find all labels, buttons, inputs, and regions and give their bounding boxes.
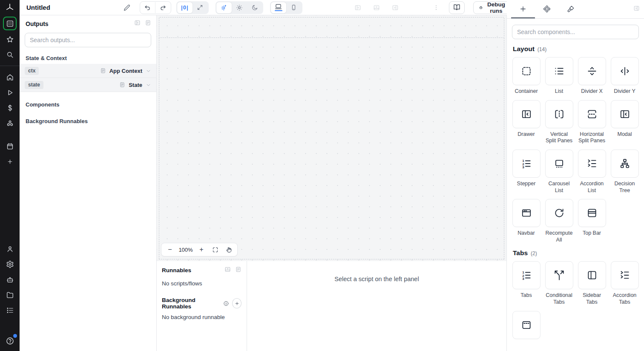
sidebar-item-apps[interactable] (3, 17, 17, 30)
conditional-tabs-icon[interactable] (545, 261, 573, 289)
sidebar-item-favorites[interactable] (3, 33, 16, 46)
component-top-bar[interactable]: Top Bar (578, 199, 606, 243)
windmill-logo[interactable] (0, 0, 20, 15)
component-recompute-all[interactable]: Recompute All (545, 199, 573, 243)
invisible-tabs-icon[interactable] (512, 311, 540, 339)
top-bar-icon[interactable] (578, 199, 606, 227)
component-divider-x[interactable]: Divider X (578, 57, 606, 95)
sidebar-tabs-icon[interactable] (578, 261, 606, 289)
drawer-icon[interactable] (512, 100, 540, 128)
components-search-input[interactable] (517, 29, 634, 35)
component-horizontal-split-panes[interactable]: Horizontal Split Panes (578, 100, 606, 144)
collapse-right-panel-icon[interactable] (633, 5, 640, 13)
zero-width-button[interactable]: |0| (177, 2, 193, 13)
component-drawer[interactable]: Drawer (512, 100, 540, 144)
info-icon (223, 300, 229, 307)
maximize-canvas-button[interactable] (193, 2, 208, 13)
sidebar-item-users[interactable] (3, 242, 16, 255)
sidebar-item-variables[interactable] (3, 101, 16, 114)
accordion-icon[interactable] (611, 261, 639, 289)
component-stepper[interactable]: 123Stepper (512, 150, 540, 194)
outputs-doc-icon[interactable] (145, 20, 151, 28)
sidebar-item-settings[interactable] (3, 258, 16, 270)
canvas-empty-grid-cell[interactable] (159, 17, 504, 38)
zoom-in-button[interactable]: + (196, 244, 207, 255)
container-icon[interactable] (512, 57, 540, 85)
toggle-bottom-panel-icon[interactable] (371, 2, 382, 14)
component-sidebar-tabs[interactable]: Sidebar Tabs (578, 261, 606, 305)
component-decision-tree[interactable]: Decision Tree (610, 150, 639, 194)
theme-dark-button[interactable] (247, 2, 262, 13)
sidebar-item-schedules[interactable] (3, 140, 16, 152)
component-conditional-tabs[interactable]: Conditional Tabs (545, 261, 573, 305)
component-list[interactable]: List (545, 57, 573, 95)
search-icon[interactable] (3, 48, 16, 61)
component-label: Modal (617, 131, 632, 138)
zoom-out-button[interactable]: − (164, 244, 176, 255)
fit-to-screen-icon[interactable] (209, 244, 221, 255)
collapse-runnables-panel-icon[interactable] (224, 266, 231, 274)
state-context-section-label: State & Context (20, 52, 156, 64)
sidebar-item-workers[interactable] (3, 273, 16, 286)
toggle-right-panel-icon[interactable] (389, 2, 401, 14)
chevron-down-icon[interactable] (146, 68, 151, 74)
tab-styling[interactable] (559, 0, 583, 18)
tab-insert-component[interactable] (511, 0, 535, 18)
outputs-search[interactable] (25, 33, 151, 47)
rail-more-plus-icon[interactable] (3, 155, 16, 168)
runnables-doc-icon[interactable] (235, 266, 242, 274)
decision-tree-icon[interactable] (611, 150, 639, 178)
component-navbar[interactable]: Navbar (512, 199, 540, 243)
accordion-icon[interactable] (578, 150, 606, 178)
components-search[interactable] (512, 25, 639, 39)
sidebar-item-runs[interactable] (3, 86, 16, 99)
component-carousel-list[interactable]: Carousel List (545, 150, 573, 194)
component-invisible-tabs[interactable] (512, 311, 540, 342)
device-desktop-button[interactable] (271, 2, 286, 13)
device-mobile-button[interactable] (286, 2, 302, 13)
horizontal-split-icon[interactable] (578, 100, 606, 128)
outputs-title: Outputs (26, 20, 49, 27)
undo-button[interactable] (140, 2, 155, 13)
chevron-down-icon[interactable] (146, 82, 151, 88)
help-icon[interactable] (3, 334, 16, 347)
ctx-output-row[interactable]: ctx App Context (20, 64, 156, 78)
tab-component-settings[interactable] (535, 0, 559, 18)
component-container[interactable]: Container (512, 57, 540, 95)
canvas-grid-area[interactable] (159, 38, 504, 259)
modal-icon[interactable] (611, 100, 639, 128)
component-divider-y[interactable]: Divider Y (610, 57, 639, 95)
edit-title-pencil-icon[interactable] (124, 2, 130, 14)
sidebar-item-resources[interactable] (3, 117, 16, 129)
vertical-split-icon[interactable] (545, 100, 573, 128)
pan-hand-icon[interactable] (223, 244, 235, 255)
stepper-icon[interactable]: 123 (512, 150, 540, 178)
collapse-outputs-panel-icon[interactable] (134, 20, 141, 28)
component-accordion-tabs[interactable]: Accordion Tabs (610, 261, 639, 305)
sidebar-item-folders[interactable] (3, 288, 16, 301)
add-background-runnable-button[interactable] (232, 298, 242, 308)
list-icon[interactable] (545, 57, 573, 85)
toggle-left-panel-icon[interactable] (352, 2, 364, 14)
component-accordion-list[interactable]: Accordion List (578, 150, 606, 194)
component-modal[interactable]: Modal (610, 100, 639, 144)
component-vertical-split-panes[interactable]: Vertical Split Panes (545, 100, 573, 144)
carousel-icon[interactable] (545, 150, 573, 178)
app-canvas[interactable]: − 100% + (157, 15, 507, 261)
ctx-badge: ctx (25, 67, 39, 75)
divider-y-icon[interactable] (611, 57, 639, 85)
redo-button[interactable] (155, 2, 171, 13)
navbar-icon[interactable] (512, 199, 540, 227)
kebab-menu-icon[interactable] (433, 2, 440, 14)
state-output-row[interactable]: state State (20, 78, 156, 92)
divider-x-icon[interactable] (578, 57, 606, 85)
theme-light-button[interactable] (232, 2, 247, 13)
theme-auto-button[interactable] (216, 2, 232, 13)
component-tabs[interactable]: 123Tabs (512, 261, 540, 305)
tabs-icon[interactable]: 123 (512, 261, 540, 289)
docs-book-button[interactable] (449, 1, 465, 14)
recompute-icon[interactable] (545, 199, 573, 227)
sidebar-item-home[interactable] (3, 71, 16, 83)
outputs-search-input[interactable] (30, 37, 146, 43)
sidebar-item-audit-logs[interactable] (3, 304, 16, 316)
